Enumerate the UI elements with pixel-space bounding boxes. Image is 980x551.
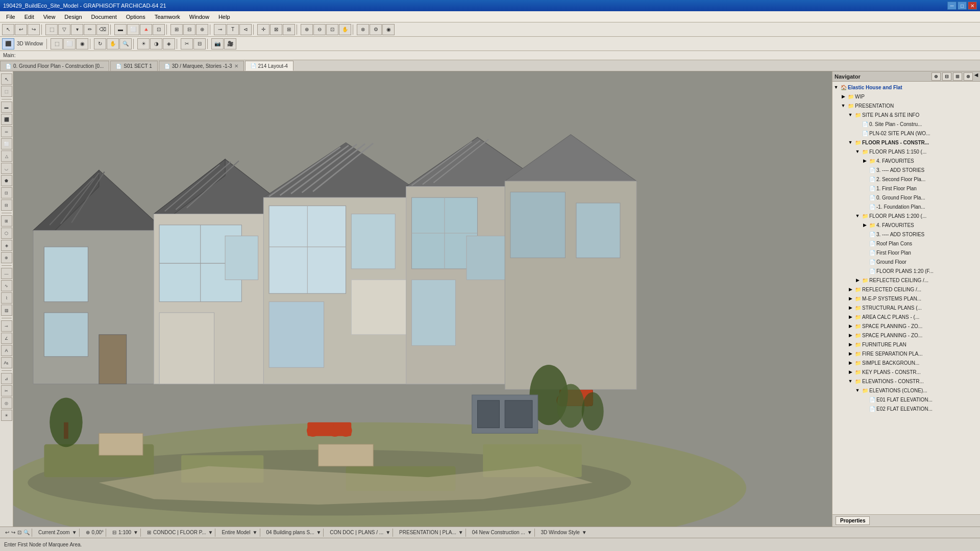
lt-rect[interactable]: ⬚ [1,86,12,97]
menu-edit[interactable]: Edit [20,13,38,21]
tree-fp-1150[interactable]: ▼ 📁 FLOOR PLANS 1:150 (... [832,147,980,156]
nav-btn2[interactable]: ⊟ [942,72,951,81]
slab-btn[interactable]: ⬜ [127,24,139,35]
menu-teamwork[interactable]: Teamwork [151,13,184,21]
tree-presentation[interactable]: ▼ 📁 PRESENTATION [832,101,980,110]
roof-btn[interactable]: 🔺 [140,24,152,35]
toggle-furniture[interactable]: ▶ [847,341,854,348]
toggle-elev-clone[interactable]: ▼ [854,387,861,394]
toggle-fire-sep[interactable]: ▶ [847,350,854,357]
layer-btn[interactable]: ⊗ [357,24,369,35]
lt-slab[interactable]: ⬜ [1,138,12,149]
toggle-wip[interactable]: ▶ [840,93,847,100]
menu-help[interactable]: Help [214,13,234,21]
tree-site-0[interactable]: ▶ 📄 0. Site Plan - Constru... [832,119,980,129]
tree-container[interactable]: ▼ 🏠 Elastic House and Flat ▶ 📁 WIP ▼ 📁 [832,82,980,514]
pan-btn[interactable]: ✋ [339,24,351,35]
zoom3d-btn[interactable]: 🔍 [119,38,132,49]
building-arrow[interactable]: ▼ [316,530,321,535]
tab-ground-floor[interactable]: 📄 0. Ground Floor Plan - Construction [0… [0,61,109,71]
lt-stair[interactable]: ⊡ [1,187,12,198]
toggle-fp-1200[interactable]: ▼ [854,212,861,219]
lt-wall[interactable]: ▬ [1,102,12,113]
menu-document[interactable]: Document [87,13,121,21]
toggle-space-planning[interactable]: ▶ [847,332,854,339]
toggle-floor-const[interactable]: ▼ [847,139,854,146]
view-mode3[interactable]: ◉ [76,38,88,49]
tree-space-planning[interactable]: ▶ 📁 SPACE PLANNING - ZO... [832,331,980,340]
tree-mep[interactable]: ▶ 📁 STRUCTURAL PLANS (... [832,303,980,312]
tree-furniture[interactable]: ▶ 📁 FURNITURE PLAN [832,340,980,349]
tree-addstories1[interactable]: ▶ 📄 3. ---- ADD STORIES [832,165,980,174]
render-btn[interactable]: ◉ [382,24,395,35]
tree-elev-clone[interactable]: ▼ 📁 ELEVATIONS (CLONE)... [832,386,980,395]
lt-angle[interactable]: ∠ [1,333,12,344]
eraser-btn[interactable]: ⌫ [96,24,109,35]
lt-fill[interactable]: ▨ [1,305,12,316]
tree-pln02[interactable]: ▶ 📄 PLN-02 SITE PLAN (WO... [832,129,980,138]
lt-dim[interactable]: ⊸ [1,320,12,332]
tree-simple-bg[interactable]: ▶ 📁 SIMPLE BACKGROUN... [832,358,980,367]
lt-rail[interactable]: ⊟ [1,199,12,211]
lt-object[interactable]: ⊕ [1,252,12,263]
lt-line[interactable]: — [1,268,12,279]
tree-second-floor1[interactable]: ▶ 📄 2. Second Floor Pla... [832,174,980,184]
nav-btn3[interactable]: ⊞ [953,72,962,81]
doc-arrow[interactable]: ▼ [385,530,390,535]
tab-3d[interactable]: 📄 3D / Marquee, Stories -1-3 ✕ [159,61,244,71]
lt-zone[interactable]: ⊿ [1,373,12,384]
tree-wip[interactable]: ▶ 📁 WIP [832,92,980,101]
toggle-presentation[interactable]: ▼ [840,102,847,109]
tab-close-3[interactable]: ✕ [234,63,238,69]
lt-select[interactable]: ↖ [1,73,12,85]
tree-area-calc[interactable]: ▶ 📁 SPACE PLANNING - ZO... [832,321,980,331]
layer-arrow[interactable]: ▼ [208,530,213,535]
lt-morph[interactable]: ⬟ [1,175,12,186]
tree-site-plan[interactable]: ▼ 📁 SITE PLAN & SITE INFO [832,110,980,119]
toggle-key-plans[interactable]: ▶ [847,368,854,375]
main-viewport[interactable] [13,71,832,527]
lt-beam[interactable]: ═ [1,126,12,137]
zoom-fit-icon[interactable]: ⊡ [17,530,21,535]
lt-detail[interactable]: ✂ [1,385,12,396]
lt-skylight[interactable]: ◈ [1,240,12,251]
toggle-root[interactable]: ▼ [832,84,840,91]
menu-design[interactable]: Design [60,13,86,21]
dim-btn[interactable]: ⊸ [214,24,226,35]
tree-ground-floor1[interactable]: ▶ 📄 0. Ground Floor Pla... [832,193,980,202]
toggle-favs2[interactable]: ▶ [861,221,868,229]
tree-e01[interactable]: ▶ 📄 E01 FLAT ELEVATION... [832,395,980,404]
menu-window[interactable]: Window [185,13,213,21]
tree-floor-const[interactable]: ▼ 📁 FLOOR PLANS - CONSTR... [832,138,980,147]
zoom-arrow[interactable]: ▼ [72,530,77,535]
zoom-in-icon[interactable]: 🔍 [23,530,30,535]
label-btn[interactable]: ⊲ [239,24,252,35]
cut-btn[interactable]: ✂ [181,38,193,49]
arrow-tool[interactable]: ↖ [2,24,14,35]
lt-poly[interactable]: ⌇ [1,292,12,304]
redo-icon[interactable]: ↪ [11,530,15,535]
text-btn[interactable]: T [227,24,239,35]
menu-file[interactable]: File [2,13,19,21]
nav-collapse[interactable]: ◀ [974,72,978,81]
toggle-reflected[interactable]: ▶ [847,286,854,293]
view-arrow[interactable]: ▼ [253,530,258,535]
lt-door[interactable]: ⊞ [1,215,12,227]
lt-label[interactable]: A₁ [1,357,12,368]
style-arrow[interactable]: ▼ [582,530,587,535]
camera-btn[interactable]: 📷 [211,38,224,49]
toggle-area-calc[interactable]: ▶ [847,322,854,330]
tree-e02[interactable]: ▶ 📄 E02 FLAT ELEVATION... [832,404,980,413]
maximize-button[interactable]: □ [958,2,967,10]
tree-structural[interactable]: ▶ 📁 AREA CALC PLANS - (... [832,312,980,321]
lt-text[interactable]: A [1,345,12,356]
tab-layout[interactable]: 📄 214 Layout-4 [245,61,293,71]
section-btn[interactable]: ⊟ [193,38,206,49]
tree-roof-plan[interactable]: ▶ 📄 Roof Plan Cons [832,239,980,248]
tree-first-floor1[interactable]: ▶ 📄 1. First Floor Plan [832,184,980,193]
zoom-in-btn[interactable]: ⊕ [301,24,313,35]
tree-fire-sep[interactable]: ▶ 📁 FIRE SEPARATION PLA... [832,349,980,358]
door-btn[interactable]: ⊞ [170,24,183,35]
select-btn[interactable]: ⬚ [45,24,58,35]
toggle-fp-120[interactable]: ▶ [854,277,861,284]
